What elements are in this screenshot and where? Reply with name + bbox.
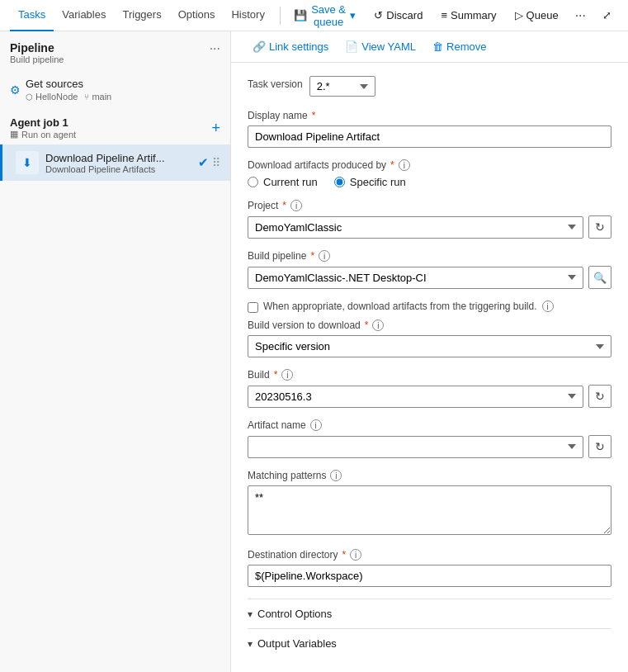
project-required: * bbox=[282, 200, 286, 211]
download-artifacts-label: Download artifacts produced by * i bbox=[248, 159, 611, 171]
pipeline-more-button[interactable]: ··· bbox=[210, 41, 220, 56]
pipeline-header: Pipeline Build pipeline ··· bbox=[0, 31, 230, 71]
remove-icon: 🗑 bbox=[432, 40, 443, 53]
display-name-label: Display name * bbox=[248, 110, 611, 121]
artifact-name-refresh-button[interactable]: ↻ bbox=[588, 435, 611, 458]
build-version-required: * bbox=[365, 319, 369, 331]
summary-icon: ≡ bbox=[441, 9, 447, 21]
get-sources-details: Get sources ⬡ HelloNode ⑂ main bbox=[26, 78, 111, 102]
build-pipeline-select[interactable]: DemoYamlClassic-.NET Desktop-CI bbox=[248, 267, 583, 289]
radio-current-run[interactable]: Current run bbox=[248, 176, 318, 188]
task-version-select[interactable]: 2.* 1.* bbox=[309, 76, 375, 97]
build-pipeline-search-button[interactable]: 🔍 bbox=[588, 266, 611, 289]
save-queue-label: Save & queue bbox=[310, 3, 347, 28]
nav-actions: 💾 Save & queue ▾ ↺ Discard ≡ Summary ▷ Q… bbox=[287, 0, 618, 31]
more-actions-button[interactable]: ··· bbox=[570, 5, 591, 26]
nav-variables[interactable]: Variables bbox=[54, 0, 114, 31]
triggering-build-checkbox[interactable] bbox=[248, 302, 258, 313]
artifact-name-select[interactable] bbox=[248, 436, 583, 458]
build-pipeline-info-icon[interactable]: i bbox=[319, 250, 330, 262]
download-artifacts-row: Download artifacts produced by * i Curre… bbox=[248, 159, 611, 188]
matching-patterns-info-icon[interactable]: i bbox=[330, 470, 342, 481]
project-refresh-button[interactable]: ↻ bbox=[588, 215, 611, 239]
build-select[interactable]: 20230516.3 bbox=[248, 386, 583, 408]
summary-label: Summary bbox=[451, 9, 497, 21]
add-task-button[interactable]: + bbox=[211, 120, 220, 137]
build-refresh-icon: ↻ bbox=[595, 390, 605, 403]
destination-info-icon[interactable]: i bbox=[350, 549, 361, 561]
artifact-name-label: Artifact name i bbox=[248, 419, 611, 431]
radio-specific-input[interactable] bbox=[334, 177, 345, 187]
save-queue-button[interactable]: 💾 Save & queue ▾ bbox=[287, 0, 362, 31]
branch-icon: ⑂ bbox=[84, 92, 89, 102]
summary-button[interactable]: ≡ Summary bbox=[434, 6, 503, 25]
queue-button[interactable]: ▷ Queue bbox=[508, 6, 565, 25]
destination-directory-row: Destination directory * i bbox=[248, 549, 611, 587]
project-label: Project * i bbox=[248, 200, 611, 211]
get-sources-label: Get sources bbox=[26, 78, 111, 90]
output-variables-label: Output Variables bbox=[257, 637, 337, 650]
yaml-icon: 📄 bbox=[345, 40, 358, 53]
view-yaml-tab[interactable]: 📄 View YAML bbox=[337, 31, 424, 63]
build-version-row: Build version to download * i Specific v… bbox=[248, 319, 611, 357]
radio-current-input[interactable] bbox=[248, 177, 258, 187]
nav-triggers[interactable]: Triggers bbox=[114, 0, 169, 31]
output-variables-section[interactable]: ▾ Output Variables bbox=[248, 628, 611, 658]
link-icon: 🔗 bbox=[253, 40, 266, 53]
task-item-name: Download Pipeline Artif... bbox=[45, 152, 177, 164]
matching-patterns-label: Matching patterns i bbox=[248, 470, 611, 481]
download-info-icon[interactable]: i bbox=[399, 159, 410, 171]
checkbox-label: When appropriate, download artifacts fro… bbox=[263, 301, 537, 312]
build-version-select[interactable]: Specific version Latest bbox=[248, 335, 611, 357]
display-name-input[interactable] bbox=[248, 125, 611, 148]
link-settings-tab[interactable]: 🔗 Link settings bbox=[244, 31, 337, 63]
expand-button[interactable]: ⤢ bbox=[596, 6, 618, 25]
get-sources-item[interactable]: ⚙ Get sources ⬡ HelloNode ⑂ main bbox=[0, 71, 230, 108]
agent-job-info: Agent job 1 ▦ Run on agent bbox=[10, 116, 76, 140]
agent-job-title: Agent job 1 bbox=[10, 116, 76, 129]
save-icon: 💾 bbox=[294, 9, 307, 21]
destination-directory-label: Destination directory * i bbox=[248, 549, 611, 561]
right-panel-tabs: 🔗 Link settings 📄 View YAML 🗑 Remove bbox=[231, 31, 628, 63]
checkbox-triggering-row: When appropriate, download artifacts fro… bbox=[248, 301, 611, 313]
download-icon: ⬇ bbox=[22, 156, 32, 169]
matching-patterns-textarea[interactable]: ** bbox=[248, 485, 611, 535]
build-info-icon[interactable]: i bbox=[281, 369, 293, 381]
build-refresh-button[interactable]: ↻ bbox=[588, 385, 611, 408]
project-select-row: DemoYamlClassic ↻ bbox=[248, 215, 611, 239]
nav-options[interactable]: Options bbox=[170, 0, 224, 31]
nav-tasks[interactable]: Tasks bbox=[10, 0, 54, 31]
discard-button[interactable]: ↺ Discard bbox=[367, 6, 429, 25]
checkbox-info-icon[interactable]: i bbox=[542, 301, 554, 312]
save-chevron-icon: ▾ bbox=[350, 9, 356, 21]
build-pipeline-required: * bbox=[310, 250, 314, 262]
pipeline-info: Pipeline Build pipeline bbox=[10, 41, 64, 64]
task-version-row: Task version 2.* 1.* bbox=[248, 76, 611, 97]
project-info-icon[interactable]: i bbox=[290, 200, 302, 211]
agent-job-section: Agent job 1 ▦ Run on agent + bbox=[0, 108, 230, 144]
radio-specific-run[interactable]: Specific run bbox=[334, 176, 406, 188]
destination-required: * bbox=[342, 549, 346, 561]
remove-tab[interactable]: 🗑 Remove bbox=[424, 31, 494, 63]
project-row: Project * i DemoYamlClassic ↻ bbox=[248, 200, 611, 239]
artifact-name-select-row: ↻ bbox=[248, 435, 611, 458]
build-version-info-icon[interactable]: i bbox=[372, 319, 384, 331]
task-grip-icon: ⠿ bbox=[212, 156, 220, 169]
task-item[interactable]: ⬇ Download Pipeline Artif... Download Pi… bbox=[0, 144, 230, 181]
control-options-section[interactable]: ▾ Control Options bbox=[248, 599, 611, 628]
output-variables-chevron: ▾ bbox=[248, 638, 253, 650]
form-area: Task version 2.* 1.* Display name * Down… bbox=[231, 63, 628, 672]
destination-directory-input[interactable] bbox=[248, 565, 611, 587]
pipeline-title: Pipeline bbox=[10, 41, 64, 54]
source-meta-branch: ⑂ main bbox=[84, 92, 111, 102]
display-name-required: * bbox=[312, 110, 316, 121]
project-select[interactable]: DemoYamlClassic bbox=[248, 216, 583, 239]
pipeline-subtitle: Build pipeline bbox=[10, 54, 64, 64]
download-radio-group: Current run Specific run bbox=[248, 176, 611, 188]
artifact-name-info-icon[interactable]: i bbox=[310, 419, 322, 431]
build-pipeline-select-row: DemoYamlClassic-.NET Desktop-CI 🔍 bbox=[248, 266, 611, 289]
discard-label: Discard bbox=[386, 9, 423, 21]
build-required: * bbox=[274, 369, 278, 381]
nav-history[interactable]: History bbox=[223, 0, 272, 31]
control-options-chevron: ▾ bbox=[248, 608, 253, 620]
